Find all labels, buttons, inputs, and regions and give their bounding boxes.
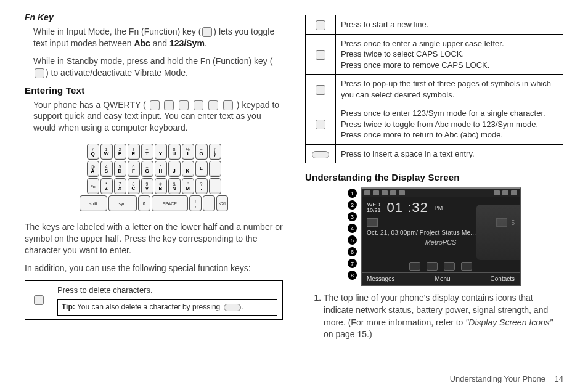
keyboard-key: 8C [128, 178, 140, 194]
keyboard-key: ?. [195, 178, 208, 194]
keyboard-key [203, 195, 215, 211]
status-icon [390, 190, 396, 195]
keyboard-key: %I [182, 144, 194, 160]
callout-6: 6 [348, 247, 357, 256]
text: Your phone has a QWERTY ( [33, 100, 146, 110]
status-icon [399, 190, 405, 195]
menu-shortcut-icon [409, 262, 420, 271]
shift-key-icon [316, 50, 325, 60]
menu-shortcut-icon [427, 262, 438, 271]
fn-key-icon [202, 27, 212, 37]
keyboard-key: 5D [114, 161, 126, 177]
keyboard-key: +T [141, 144, 153, 160]
key-description: Press once to enter a single upper case … [336, 34, 563, 75]
entering-paragraph-3: In addition, you can use the following s… [25, 263, 283, 274]
bluetooth-icon [494, 190, 500, 195]
keyboard-key: shift [80, 195, 108, 211]
sym-key-icon [316, 85, 325, 95]
signal-icon [364, 190, 370, 195]
qwerty-keyboard-figure: /Q1W2E3R+T-Y$U%I~O() @A4S5D6F=G'H;J:KL F… [77, 140, 231, 215]
status-icon [373, 190, 379, 195]
keyboard-key: Fn [87, 178, 99, 194]
chapter-title: Understanding Your Phone [450, 374, 545, 383]
display-description-list: The top line of your phone's display con… [315, 292, 563, 340]
menu-shortcut-icon [461, 262, 472, 271]
keyboard-key: 6F [128, 161, 140, 177]
menu-icon-bar [362, 260, 520, 272]
keyboard-key: /Q [87, 144, 99, 160]
fn-paragraph-1: While in Input Mode, the Fn (Function) k… [33, 26, 283, 49]
heading-display-screen: Understanding the Display Screen [305, 172, 563, 182]
tip-text: You can also delete a character by press… [75, 303, 223, 311]
clock-ampm: PM [435, 205, 443, 211]
enter-key-icon [316, 20, 325, 30]
callout-numbers: 1 2 3 4 5 6 7 8 [348, 187, 357, 286]
keyboard-key: 0 [138, 195, 150, 211]
keyboard-key: 9V [141, 178, 153, 194]
keyboard-key: 4S [100, 161, 113, 177]
keyboard-key: "M [182, 178, 194, 194]
mode-123sym: 123/Sym [169, 38, 205, 48]
tip-label: Tip: [62, 303, 75, 311]
delete-key-icon [34, 295, 44, 305]
keyboard-key: 2E [114, 144, 126, 160]
callout-5: 5 [348, 235, 357, 245]
callout-4: 4 [348, 224, 357, 233]
list-item: The top line of your phone's display con… [324, 292, 563, 340]
keyboard-key: ~O [195, 144, 208, 160]
softkey-row: Messages Menu Contacts [362, 272, 520, 285]
text: While in Input Mode, the Fn (Function) k… [33, 27, 201, 36]
keyboard-key: :K [182, 161, 194, 177]
battery-icon [511, 190, 517, 195]
r-key-icon [194, 100, 203, 110]
clear-key-icon [224, 304, 241, 311]
keyboard-key: 7X [114, 178, 126, 194]
wallpaper [476, 205, 520, 260]
space-key-icon [312, 151, 329, 158]
special-keys-table: Press to start a new line.Press once to … [305, 15, 563, 163]
heading-entering-text: Entering Text [25, 85, 283, 96]
status-bar [362, 189, 520, 197]
table-row: Press to pop-up the first of three pages… [306, 75, 563, 104]
keyboard-key: -Y [155, 144, 167, 160]
table-row: Press once to enter a single upper case … [306, 34, 563, 75]
keyboard-key: !, [189, 195, 202, 211]
text: While in Standby mode, press and hold th… [33, 56, 272, 66]
table-row: Press once to enter 123/Sym mode for a s… [306, 104, 563, 145]
delete-description: Press to delete characters. [57, 285, 277, 296]
keyboard-key: ;J [168, 161, 181, 177]
keyboard-key: sym [108, 195, 137, 211]
cross-reference: "Display Screen Icons" [465, 317, 552, 327]
fn-paragraph-2: While in Standby mode, press and hold th… [33, 55, 283, 79]
fn-key-icon [316, 120, 325, 129]
keyboard-key: @A [87, 161, 99, 177]
sound-icon [502, 190, 508, 195]
text: on page 15.) [324, 329, 372, 339]
keyboard-key [209, 178, 221, 194]
keyboard-key [209, 161, 221, 177]
keyboard-key: $U [168, 144, 181, 160]
entering-paragraph-2: The keys are labeled with a letter on th… [25, 221, 283, 256]
softkey-left: Messages [367, 276, 395, 282]
keyboard-key: 3R [128, 144, 140, 160]
keyboard-key: L [195, 161, 208, 177]
w-key-icon [164, 100, 174, 110]
key-description: Press to insert a space in a text entry. [336, 144, 563, 163]
callout-8: 8 [348, 271, 357, 280]
e-key-icon [179, 100, 189, 110]
softkey-center: Menu [435, 276, 451, 282]
page-number: 14 [555, 374, 563, 383]
text: ) to activate/deactivate Vibrate Mode. [46, 68, 188, 78]
menu-shortcut-icon [444, 262, 455, 271]
q-key-icon [150, 100, 160, 110]
callout-7: 7 [348, 259, 357, 268]
keyboard-key: () [209, 144, 221, 160]
keyboard-key: =G [141, 161, 153, 177]
callout-3: 3 [348, 212, 357, 221]
callout-2: 2 [348, 200, 357, 210]
callout-1: 1 [348, 189, 357, 198]
keyboard-key: 'H [155, 161, 167, 177]
widget-icon [367, 218, 378, 227]
keyboard-key: *Z [100, 178, 113, 194]
y-key-icon [223, 100, 233, 110]
